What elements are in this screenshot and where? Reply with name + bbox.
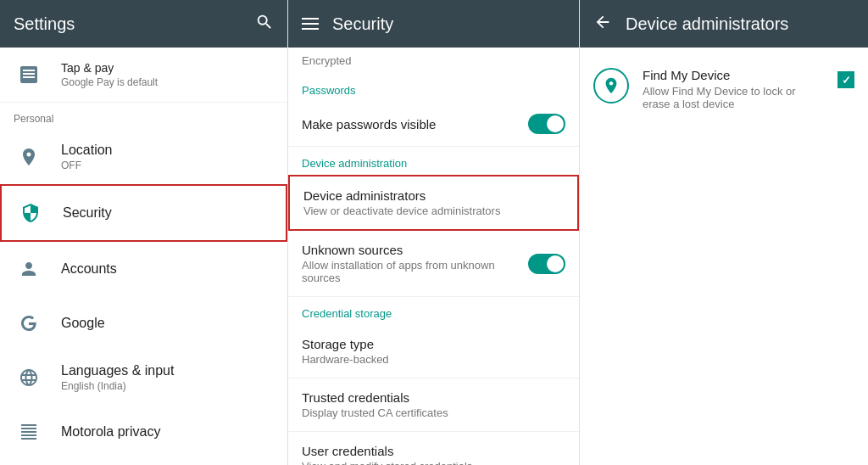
sidebar-item-accounts[interactable]: Accounts — [0, 242, 287, 296]
languages-sublabel: English (India) — [61, 380, 174, 392]
location-label: Location — [61, 143, 113, 158]
right-content: Find My Device Allow Find My Device to l… — [580, 48, 868, 465]
storage-type-subtitle: Hardware-backed — [302, 353, 389, 366]
tap-pay-subtitle: Google Pay is default — [61, 76, 158, 88]
fmd-subtitle: Allow Find My Device to lock or erase a … — [643, 85, 824, 110]
encrypted-label: Encrypted — [288, 48, 579, 74]
location-sublabel: OFF — [61, 160, 113, 171]
right-title: Device administrators — [626, 14, 788, 34]
trusted-credentials-subtitle: Display trusted CA certificates — [302, 406, 448, 419]
tap-pay-text: Tap & pay Google Pay is default — [61, 61, 158, 88]
device-administrators-item[interactable]: Device administrators View or deactivate… — [288, 175, 579, 231]
security-icon — [15, 198, 46, 228]
motorola-icon — [14, 417, 44, 447]
google-icon — [14, 308, 44, 339]
unknown-sources-title: Unknown sources — [302, 243, 528, 257]
personal-section-label: Personal — [0, 103, 287, 130]
make-passwords-toggle[interactable] — [528, 114, 565, 134]
unknown-sources-subtitle: Allow installation of apps from unknown … — [302, 259, 528, 284]
storage-type-title: Storage type — [302, 337, 389, 351]
passwords-section-header: Passwords — [288, 74, 579, 102]
languages-label: Languages & input — [61, 363, 174, 378]
tap-pay-title: Tap & pay — [61, 61, 158, 75]
hamburger-icon[interactable] — [302, 18, 319, 30]
middle-header: Security — [288, 0, 579, 48]
unknown-sources-item[interactable]: Unknown sources Allow installation of ap… — [288, 231, 579, 297]
device-admin-subtitle: View or deactivate device administrators — [303, 204, 500, 217]
right-panel: Device administrators Find My Device All… — [580, 0, 868, 465]
trusted-credentials-title: Trusted credentials — [302, 390, 448, 405]
trusted-credentials-item[interactable]: Trusted credentials Display trusted CA c… — [288, 378, 579, 432]
fmd-title: Find My Device — [643, 68, 824, 82]
language-icon — [14, 362, 44, 393]
find-my-device-item[interactable]: Find My Device Allow Find My Device to l… — [593, 61, 854, 117]
user-credentials-title: User credentials — [302, 444, 472, 458]
security-label: Security — [63, 205, 112, 221]
google-label: Google — [61, 316, 105, 331]
accounts-label: Accounts — [61, 261, 117, 277]
accounts-icon — [14, 254, 44, 284]
middle-title: Security — [332, 14, 393, 34]
tap-pay-item[interactable]: Tap & pay Google Pay is default — [0, 48, 287, 103]
unknown-sources-toggle[interactable] — [528, 254, 565, 274]
sidebar-item-location[interactable]: Location OFF — [0, 130, 287, 184]
find-my-device-icon — [593, 68, 629, 104]
left-header: Settings — [0, 0, 287, 48]
settings-title: Settings — [14, 14, 75, 34]
location-icon — [14, 142, 44, 172]
sidebar-item-motorola[interactable]: Motorola privacy — [0, 405, 287, 459]
left-panel: Settings Tap & pay Google Pay is default… — [0, 0, 288, 465]
device-admin-title: Device administrators — [303, 188, 500, 203]
motorola-label: Motorola privacy — [61, 424, 160, 440]
search-icon[interactable] — [255, 13, 274, 36]
middle-content: Encrypted Passwords Make passwords visib… — [288, 48, 579, 465]
middle-panel: Security Encrypted Passwords Make passwo… — [288, 0, 580, 465]
storage-type-item[interactable]: Storage type Hardware-backed — [288, 325, 579, 378]
user-credentials-item[interactable]: User credentials View and modify stored … — [288, 432, 579, 465]
fmd-checkbox[interactable] — [837, 71, 854, 88]
tap-pay-icon — [14, 59, 44, 90]
credential-storage-section-header: Credential storage — [288, 297, 579, 325]
sidebar-item-languages[interactable]: Languages & input English (India) — [0, 350, 287, 405]
right-header: Device administrators — [580, 0, 868, 48]
make-passwords-visible-item[interactable]: Make passwords visible — [288, 102, 579, 147]
sidebar-item-backup[interactable]: Backup & reset Backup disabled — [0, 459, 287, 465]
sidebar-item-security[interactable]: Security — [0, 184, 287, 242]
user-credentials-subtitle: View and modify stored credentials — [302, 460, 472, 465]
left-content: Tap & pay Google Pay is default Personal… — [0, 48, 287, 465]
device-admin-section-header: Device administration — [288, 147, 579, 175]
back-button[interactable] — [593, 13, 612, 36]
make-passwords-title: Make passwords visible — [302, 117, 436, 132]
sidebar-item-google[interactable]: Google — [0, 296, 287, 350]
